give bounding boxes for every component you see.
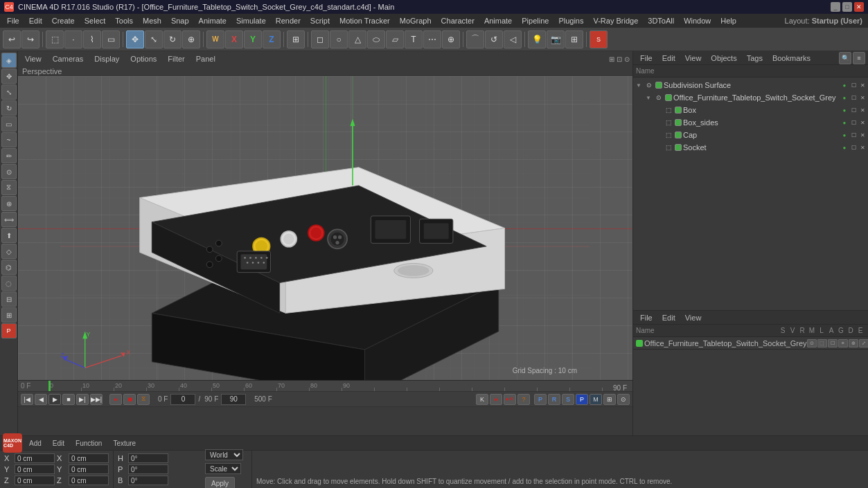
viewport-tab-options[interactable]: Options — [126, 54, 161, 64]
menu-plugins[interactable]: Plugins — [554, 16, 587, 26]
tree-eye-cap[interactable]: ● — [840, 131, 849, 139]
c4d-extra-button[interactable]: S — [590, 30, 608, 48]
menu-help[interactable]: Help — [716, 16, 741, 26]
prim-extra-button[interactable]: ⋯ — [423, 30, 441, 48]
attr-icon-5[interactable]: ⊕ — [849, 339, 858, 347]
tool-select[interactable]: ◈ — [1, 53, 17, 68]
tool-scale2[interactable]: ⤡ — [1, 84, 17, 100]
attr-icon-2[interactable]: ⬚ — [817, 339, 827, 347]
tool-paint[interactable]: ✏ — [1, 148, 17, 163]
tree-item-subdivision[interactable]: ▼ ⊙ Subdivision Surface ● ☐ ✕ — [633, 79, 868, 91]
menu-window[interactable]: Window — [680, 16, 715, 26]
tree-x-cap[interactable]: ✕ — [858, 131, 867, 139]
tree-item-box[interactable]: ▶ ⬚ Box ● ☐ ✕ — [633, 104, 868, 116]
prim-text-button[interactable]: T — [405, 30, 423, 48]
menu-edit[interactable]: Edit — [25, 16, 46, 26]
tool-move-button[interactable]: ✥ — [126, 30, 144, 48]
tl-red-btn[interactable]: ● — [490, 394, 502, 405]
tool-poly[interactable]: ▭ — [1, 116, 17, 132]
prim-cone-button[interactable]: △ — [348, 30, 366, 48]
tool-bevel[interactable]: ◇ — [1, 244, 17, 259]
tool-magnet[interactable]: ⊛ — [1, 196, 17, 211]
tool-extrude[interactable]: ⬆ — [1, 228, 17, 243]
rot-p-input[interactable] — [128, 464, 168, 474]
tl-q-btn[interactable]: ? — [517, 394, 530, 405]
tl-extra-btn[interactable]: ⊙ — [617, 394, 630, 405]
light-button[interactable]: 💡 — [528, 30, 546, 48]
minimize-button[interactable]: _ — [831, 2, 840, 12]
size-y-input[interactable] — [69, 464, 109, 474]
tl-key-btn[interactable]: K — [476, 394, 488, 405]
tool-knife[interactable]: ⧖ — [1, 180, 17, 195]
menu-tools[interactable]: Tools — [111, 16, 137, 26]
tool-dissolve[interactable]: ◌ — [1, 275, 17, 291]
attr-icon-1[interactable]: ⊙ — [807, 339, 817, 347]
tool-rotate-button[interactable]: ↻ — [163, 30, 181, 48]
bottom-btn-edit[interactable]: Edit — [48, 439, 69, 448]
mode-object-button[interactable]: ⬚ — [46, 30, 64, 48]
attr-icon-6[interactable]: ⤢ — [859, 339, 868, 347]
tree-x-box-sides[interactable]: ✕ — [858, 118, 867, 127]
timeline-start-btn[interactable]: |◀ — [21, 394, 33, 405]
prim-cyl-button[interactable]: ⬭ — [367, 30, 385, 48]
tool-mirror[interactable]: ⟺ — [1, 212, 17, 227]
menu-character[interactable]: Character — [437, 16, 479, 26]
tree-lock-box-sides[interactable]: ☐ — [849, 118, 858, 127]
axis-world-button[interactable]: W — [206, 30, 224, 48]
obj-filter-btn[interactable]: ≡ — [853, 52, 865, 64]
obj-search-btn[interactable]: 🔍 — [839, 52, 851, 64]
bottom-btn-texture[interactable]: Texture — [109, 439, 140, 448]
tool-scale-button[interactable]: ⤡ — [145, 30, 163, 48]
tree-item-office[interactable]: ▼ ⊙ Office_Furniture_Tabletop_Switch_Soc… — [633, 91, 868, 104]
pos-x-input[interactable] — [15, 453, 55, 463]
viewport-3d[interactable]: X Y Z Grid Spacing : 10 cm — [18, 76, 632, 380]
menu-vray[interactable]: V-Ray Bridge — [589, 16, 642, 26]
menu-animate[interactable]: Animate — [195, 16, 231, 26]
axis-x-button[interactable]: X — [225, 30, 243, 48]
obj-menu-bookmarks[interactable]: Bookmarks — [768, 53, 815, 63]
bottom-btn-function[interactable]: Function — [71, 439, 106, 448]
axis-y-button[interactable]: Y — [244, 30, 262, 48]
tree-eye-socket[interactable]: ● — [840, 143, 849, 152]
redo-button[interactable]: ↪ — [21, 30, 39, 48]
tl-pos-btn[interactable]: P — [534, 394, 547, 405]
prim-plane-button[interactable]: ▱ — [386, 30, 404, 48]
menu-simulate[interactable]: Simulate — [232, 16, 270, 26]
prim-sphere-button[interactable]: ○ — [330, 30, 348, 48]
tool-extra1[interactable]: ⊟ — [1, 291, 17, 307]
size-x-input[interactable] — [69, 453, 109, 463]
tree-x-office[interactable]: ✕ — [858, 93, 867, 102]
menu-file[interactable]: File — [3, 16, 24, 26]
tool-select-button[interactable]: ⊕ — [182, 30, 200, 48]
tl-end-input[interactable] — [221, 394, 246, 405]
tree-lock-cap[interactable]: ☐ — [849, 131, 858, 139]
pos-y-input[interactable] — [15, 464, 55, 474]
menu-script[interactable]: Script — [306, 16, 334, 26]
timeline-prev-btn[interactable]: ◀ — [35, 394, 47, 405]
size-z-input[interactable] — [69, 476, 109, 485]
viewport-tab-cameras[interactable]: Cameras — [48, 54, 88, 64]
timeline-end-btn[interactable]: ▶▶| — [90, 394, 103, 405]
tree-eye-subdivision[interactable]: ● — [840, 81, 849, 89]
viewport-icon-1[interactable]: ⊞ — [609, 55, 614, 63]
prim-null-button[interactable]: ⊕ — [442, 30, 460, 48]
timeline-motion-btn[interactable]: ⧖ — [137, 394, 150, 405]
menu-animate2[interactable]: Animate — [480, 16, 516, 26]
tree-eye-office[interactable]: ● — [840, 93, 849, 102]
tl-rot-btn[interactable]: R — [548, 394, 560, 405]
tree-item-socket[interactable]: ▶ ⬚ Socket ● ☐ ✕ — [633, 141, 868, 154]
menu-select[interactable]: Select — [80, 16, 110, 26]
rot-h-input[interactable] — [128, 453, 168, 463]
tree-eye-box[interactable]: ● — [840, 106, 849, 114]
axis-z-button[interactable]: Z — [263, 30, 281, 48]
viewport-icon-3[interactable]: ⊙ — [624, 55, 630, 63]
deform-twist-button[interactable]: ↺ — [485, 30, 503, 48]
tl-sc-btn[interactable]: S — [562, 394, 574, 405]
tl-p-btn[interactable]: P — [576, 394, 588, 405]
obj-menu-tags[interactable]: Tags — [743, 53, 767, 63]
floor-button[interactable]: ⊞ — [565, 30, 583, 48]
tree-x-subdivision[interactable]: ✕ — [858, 81, 867, 89]
viewport-tab-filter[interactable]: Filter — [163, 54, 188, 64]
viewport-tab-display[interactable]: Display — [90, 54, 123, 64]
timeline-next-btn[interactable]: ▶| — [76, 394, 89, 405]
